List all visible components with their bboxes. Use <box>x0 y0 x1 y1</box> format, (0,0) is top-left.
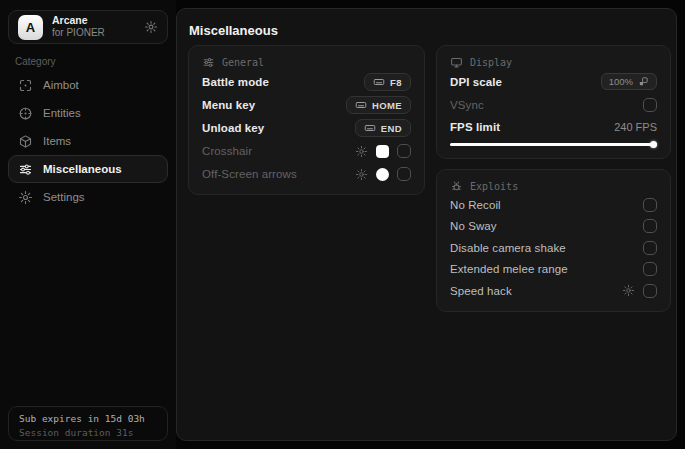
panel-title: Display <box>470 57 512 68</box>
slider-fill <box>450 143 657 146</box>
keybind-value: END <box>381 123 402 134</box>
keyboard-icon <box>355 99 367 111</box>
setting-label: Unload key <box>202 122 264 134</box>
box-icon <box>18 134 33 149</box>
sidebar-item-label: Entities <box>43 107 81 119</box>
setting-label: DPI scale <box>450 76 502 88</box>
display-panel-header: Display <box>450 56 657 69</box>
setting-label: No Recoil <box>450 199 501 211</box>
setting-label: VSync <box>450 99 484 111</box>
setting-row-no-recoil: No Recoil <box>450 195 657 215</box>
extended-melee-range-checkbox[interactable] <box>643 262 657 276</box>
sidebar-item-label: Items <box>43 135 71 147</box>
category-label: Category <box>15 56 56 67</box>
setting-row-disable-camera-shake: Disable camera shake <box>450 238 657 258</box>
gear-icon <box>18 190 33 205</box>
entities-icon <box>18 106 33 121</box>
setting-row-unload-key: Unload key END <box>202 118 411 138</box>
speed-hack-checkbox[interactable] <box>643 284 657 298</box>
sidebar-item-label: Miscellaneous <box>43 163 122 175</box>
vsync-checkbox[interactable] <box>643 98 657 112</box>
fps-slider[interactable] <box>450 140 657 148</box>
setting-row-fps-limit: FPS limit 240 FPS <box>450 117 657 137</box>
sidebar-nav: Aimbot Entities <box>8 71 168 211</box>
gear-icon[interactable] <box>355 168 368 181</box>
setting-label: Extended melee range <box>450 263 568 275</box>
setting-label: FPS limit <box>450 121 500 133</box>
no-recoil-checkbox[interactable] <box>643 198 657 212</box>
app-logo: A <box>18 15 43 40</box>
logo-letter: A <box>26 20 35 35</box>
gear-icon[interactable] <box>355 145 368 158</box>
offscreen-arrows-checkbox[interactable] <box>397 167 411 181</box>
setting-row-speed-hack: Speed hack <box>450 281 657 301</box>
bug-icon <box>450 180 463 193</box>
keyboard-icon <box>373 76 385 88</box>
sidebar-item-label: Aimbot <box>43 79 79 91</box>
main-panel: Miscellaneous General Battle mode <box>176 8 677 441</box>
page-title: Miscellaneous <box>189 23 278 38</box>
app-window: A Arcane for PIONER Category <box>0 0 685 449</box>
panel-title: Exploits <box>470 181 518 192</box>
setting-label: Off-Screen arrows <box>202 168 297 180</box>
exploits-panel: Exploits No Recoil No Sway Disable camer… <box>436 169 671 312</box>
setting-label: No Sway <box>450 220 497 232</box>
scan-icon <box>18 78 33 93</box>
gear-icon[interactable] <box>144 20 158 34</box>
slider-knob[interactable] <box>650 141 657 148</box>
setting-row-offscreen-arrows: Off-Screen arrows <box>202 164 411 184</box>
sub-expiry-text: Sub expires in 15d 03h <box>19 413 157 424</box>
setting-row-menu-key: Menu key HOME <box>202 95 411 115</box>
monitor-icon <box>450 56 463 69</box>
subscription-status: Sub expires in 15d 03h Session duration … <box>8 406 168 441</box>
app-subtitle: for PIONER <box>52 27 105 40</box>
sidebar-item-aimbot[interactable]: Aimbot <box>8 71 168 99</box>
fps-limit-value: 240 FPS <box>614 121 657 133</box>
setting-row-dpi-scale: DPI scale 100% <box>450 72 657 92</box>
sidebar-item-entities[interactable]: Entities <box>8 99 168 127</box>
dpi-scale-select[interactable]: 100% <box>601 73 657 90</box>
keybind-button[interactable]: END <box>355 119 411 137</box>
color-swatch[interactable] <box>376 168 389 181</box>
sliders-icon <box>202 56 215 69</box>
keybind-button[interactable]: F8 <box>364 73 411 91</box>
brand-card: A Arcane for PIONER <box>8 10 168 44</box>
setting-row-crosshair: Crosshair <box>202 141 411 161</box>
setting-row-battle-mode: Battle mode F8 <box>202 72 411 92</box>
keybind-value: HOME <box>372 100 402 111</box>
general-panel: General Battle mode F8 Menu key <box>188 45 425 195</box>
no-sway-checkbox[interactable] <box>643 219 657 233</box>
keyboard-icon <box>364 122 376 134</box>
color-swatch[interactable] <box>376 145 389 158</box>
setting-label: Battle mode <box>202 76 269 88</box>
setting-label: Speed hack <box>450 285 512 297</box>
keybind-button[interactable]: HOME <box>346 96 411 114</box>
keybind-value: F8 <box>390 77 402 88</box>
setting-label: Menu key <box>202 99 255 111</box>
sidebar-item-label: Settings <box>43 191 85 203</box>
app-name: Arcane <box>52 14 105 27</box>
setting-row-vsync: VSync <box>450 95 657 115</box>
scale-icon <box>638 76 649 87</box>
sidebar-item-miscellaneous[interactable]: Miscellaneous <box>8 155 168 183</box>
crosshair-checkbox[interactable] <box>397 144 411 158</box>
sidebar-item-settings[interactable]: Settings <box>8 183 168 211</box>
setting-row-no-sway: No Sway <box>450 216 657 236</box>
exploits-panel-header: Exploits <box>450 180 657 193</box>
sidebar-item-items[interactable]: Items <box>8 127 168 155</box>
dpi-scale-value: 100% <box>609 76 633 87</box>
disable-camera-shake-checkbox[interactable] <box>643 241 657 255</box>
sidebar: A Arcane for PIONER Category <box>0 0 176 449</box>
panel-title: General <box>222 57 264 68</box>
session-duration-text: Session duration 31s <box>19 427 157 438</box>
display-panel: Display DPI scale 100% VSync <box>436 45 671 159</box>
setting-label: Crosshair <box>202 145 252 157</box>
setting-label: Disable camera shake <box>450 242 566 254</box>
general-panel-header: General <box>202 56 411 69</box>
gear-icon[interactable] <box>622 284 635 297</box>
setting-row-extended-melee-range: Extended melee range <box>450 259 657 279</box>
sliders-icon <box>18 162 33 177</box>
